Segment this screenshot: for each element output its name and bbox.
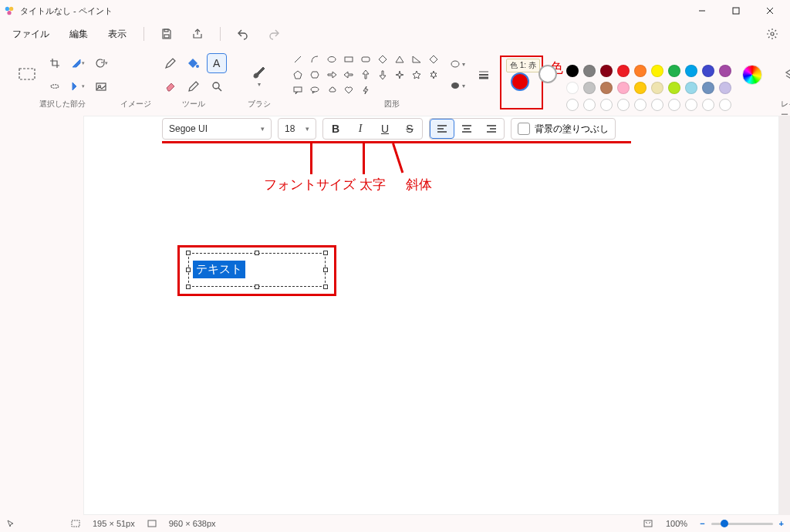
align-center-button[interactable] xyxy=(454,119,479,139)
zoom-thumb[interactable] xyxy=(721,520,728,527)
picker-icon[interactable] xyxy=(184,76,204,96)
swatch[interactable] xyxy=(651,65,663,77)
maximize-button[interactable] xyxy=(719,0,753,22)
shape-hexagon-icon[interactable] xyxy=(309,69,321,81)
swatch[interactable] xyxy=(617,65,630,77)
swatch-empty[interactable] xyxy=(566,99,579,111)
shape-heart-icon[interactable] xyxy=(343,84,355,96)
pencil-icon[interactable] xyxy=(160,53,181,73)
redo-icon[interactable] xyxy=(264,24,284,44)
swatch[interactable] xyxy=(651,82,663,94)
italic-button[interactable]: I xyxy=(348,119,373,139)
swatch[interactable] xyxy=(702,65,714,77)
swatch-empty[interactable] xyxy=(685,99,697,111)
swatch[interactable] xyxy=(583,82,596,94)
swatch[interactable] xyxy=(583,65,596,77)
swatch[interactable] xyxy=(668,65,680,77)
resize-handle[interactable] xyxy=(186,268,191,272)
swatch[interactable] xyxy=(685,65,697,77)
fit-screen-icon[interactable] xyxy=(643,518,653,529)
eraser-icon[interactable] xyxy=(160,76,181,96)
font-size-select[interactable]: 18▾ xyxy=(278,118,316,140)
align-right-button[interactable] xyxy=(479,119,504,139)
layers-icon[interactable] xyxy=(781,63,790,86)
fill-icon[interactable] xyxy=(184,53,204,73)
image-props-icon[interactable] xyxy=(91,76,111,96)
swatch[interactable] xyxy=(719,82,731,94)
magnifier-icon[interactable] xyxy=(207,76,227,96)
swatch[interactable] xyxy=(702,82,714,94)
brush-button[interactable]: ▾ xyxy=(245,58,273,92)
select-tool[interactable] xyxy=(14,62,40,88)
resize-icon[interactable]: ▾ xyxy=(68,53,88,73)
shape-curve-icon[interactable] xyxy=(309,53,321,66)
crop-icon[interactable] xyxy=(45,53,65,73)
swatch[interactable] xyxy=(719,65,731,77)
shape-roundrect-icon[interactable] xyxy=(360,53,372,66)
shape-fill-icon[interactable]: ▾ xyxy=(449,78,466,93)
resize-handle[interactable] xyxy=(255,251,259,255)
menu-edit[interactable]: 編集 xyxy=(65,25,93,44)
zoom-in-button[interactable]: + xyxy=(779,519,784,528)
minimize-button[interactable] xyxy=(685,0,719,22)
freeform-select-icon[interactable] xyxy=(45,76,65,96)
settings-icon[interactable] xyxy=(762,24,782,44)
shape-outline-icon[interactable]: ▾ xyxy=(449,56,466,72)
rotate-icon[interactable]: ▾ xyxy=(91,53,111,73)
swatch[interactable] xyxy=(617,82,630,94)
swatch-empty[interactable] xyxy=(651,99,663,111)
close-button[interactable] xyxy=(753,0,787,22)
stroke-width-icon[interactable] xyxy=(475,67,492,82)
resize-handle[interactable] xyxy=(323,285,328,289)
font-family-select[interactable]: Segoe UI▾ xyxy=(162,118,272,140)
swatch-empty[interactable] xyxy=(583,99,596,111)
checkbox-icon[interactable] xyxy=(518,123,530,135)
swatch[interactable] xyxy=(685,82,697,94)
swatch-empty[interactable] xyxy=(617,99,630,111)
shape-arrow-r-icon[interactable] xyxy=(326,69,338,81)
flip-icon[interactable]: ▾ xyxy=(68,76,88,96)
shape-callout-round-icon[interactable] xyxy=(309,84,321,96)
fill-bg-toggle[interactable]: 背景の塗りつぶし xyxy=(511,118,616,140)
menu-file[interactable]: ファイル xyxy=(8,25,54,44)
canvas-text-box[interactable]: テキスト xyxy=(188,253,326,287)
swatch[interactable] xyxy=(634,82,647,94)
shape-rtriangle-icon[interactable] xyxy=(410,53,423,66)
shape-arrow-u-icon[interactable] xyxy=(360,69,372,81)
swatch[interactable] xyxy=(600,65,613,77)
swatch-empty[interactable] xyxy=(668,99,680,111)
swatch-empty[interactable] xyxy=(600,99,613,111)
underline-button[interactable]: U xyxy=(373,119,397,139)
shape-polygon-icon[interactable] xyxy=(376,53,389,66)
swatch[interactable] xyxy=(668,82,680,94)
shape-star4-icon[interactable] xyxy=(393,69,406,81)
edit-colors-icon[interactable] xyxy=(742,65,762,85)
shape-lightning-icon[interactable] xyxy=(360,84,372,96)
resize-handle[interactable] xyxy=(255,285,259,289)
align-left-button[interactable] xyxy=(430,119,454,139)
shape-star6-icon[interactable] xyxy=(427,69,440,81)
swatch[interactable] xyxy=(566,65,579,77)
resize-handle[interactable] xyxy=(323,268,328,272)
color-1-swatch[interactable] xyxy=(511,72,529,91)
shape-arrow-l-icon[interactable] xyxy=(343,69,355,81)
swatch[interactable] xyxy=(566,82,579,94)
selected-text[interactable]: テキスト xyxy=(193,261,245,278)
swatch-empty[interactable] xyxy=(634,99,647,111)
shape-callout-cloud-icon[interactable] xyxy=(326,84,338,96)
share-icon[interactable] xyxy=(187,24,208,44)
zoom-out-button[interactable]: − xyxy=(700,519,704,528)
color-1-slot[interactable]: 色 1: 赤 色 xyxy=(511,72,529,91)
swatch-empty[interactable] xyxy=(719,99,731,111)
shape-diamond-icon[interactable] xyxy=(427,53,440,66)
swatch[interactable] xyxy=(600,82,613,94)
swatch[interactable] xyxy=(634,65,647,77)
color-2-swatch[interactable] xyxy=(538,65,557,83)
shape-star5-icon[interactable] xyxy=(410,69,423,81)
resize-handle[interactable] xyxy=(323,251,328,255)
shape-line-icon[interactable] xyxy=(292,53,304,66)
save-icon[interactable] xyxy=(157,24,177,44)
resize-handle[interactable] xyxy=(186,251,191,255)
shape-triangle-icon[interactable] xyxy=(393,53,406,66)
shape-arrow-d-icon[interactable] xyxy=(376,69,389,81)
